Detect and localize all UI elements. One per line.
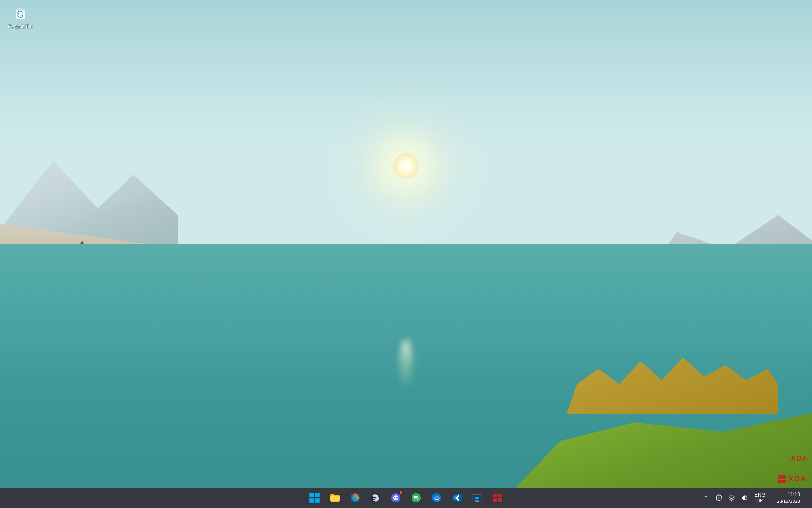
svg-point-12 — [394, 497, 395, 499]
tray-volume-icon[interactable] — [738, 492, 750, 504]
taskbar-start-button[interactable] — [305, 489, 324, 507]
taskbar-app-monitor[interactable]: ■■■ — [468, 489, 486, 507]
svg-point-13 — [396, 497, 398, 499]
svg-rect-3 — [309, 493, 314, 497]
language-text: ENG — [754, 492, 765, 498]
clock-date: 23/12/2023 — [777, 498, 800, 504]
taskbar-center: ■■■ — [305, 489, 507, 507]
svg-rect-6 — [315, 498, 320, 503]
taskbar-vscode[interactable] — [447, 489, 466, 507]
taskbar-app-grid[interactable] — [488, 489, 507, 507]
taskbar-firefox[interactable] — [346, 489, 365, 507]
taskbar-right: ⌃ — [700, 491, 809, 505]
xda-brand-text: XDA — [791, 455, 808, 462]
taskbar: ■■■ ⌃ — [0, 488, 812, 508]
svg-rect-19 — [475, 501, 479, 502]
xda-logo: XDA — [778, 475, 807, 483]
region-text: UK — [757, 498, 763, 504]
recycle-bin-icon — [12, 5, 29, 22]
clock-time: 11:10 — [787, 491, 800, 498]
tray-language[interactable]: ENG UK — [753, 491, 767, 505]
taskbar-edge[interactable] — [427, 489, 446, 507]
desktop: Recycle Bin XDA — [0, 0, 812, 488]
xda-watermark: XDA — [791, 455, 808, 462]
tray-network-icon[interactable] — [726, 492, 737, 504]
xda-logo-container: XDA — [778, 475, 807, 483]
discord-notification-dot — [399, 491, 403, 494]
svg-point-25 — [731, 500, 732, 501]
svg-rect-24 — [498, 498, 502, 502]
svg-rect-1 — [15, 9, 25, 11]
svg-rect-23 — [493, 498, 497, 502]
tray-security-icon[interactable] — [713, 492, 725, 504]
tray-area: ⌃ — [700, 492, 750, 504]
taskbar-file-explorer[interactable] — [326, 489, 344, 507]
svg-text:■■■: ■■■ — [475, 496, 479, 499]
tray-chevron[interactable]: ⌃ — [700, 492, 712, 504]
show-desktop-button[interactable] — [806, 492, 809, 504]
desktop-icon-recycle-bin[interactable]: Recycle Bin — [3, 3, 37, 31]
background-sun-reflection — [400, 340, 412, 390]
taskbar-discord[interactable] — [387, 489, 405, 507]
svg-rect-4 — [315, 493, 320, 497]
svg-rect-18 — [476, 500, 478, 501]
xda-text: XDA — [788, 475, 807, 483]
taskbar-steam[interactable] — [366, 489, 385, 507]
svg-rect-2 — [18, 8, 22, 9]
taskbar-spotify[interactable] — [407, 489, 425, 507]
background-sun — [393, 153, 419, 179]
taskbar-clock[interactable]: 11:10 23/12/2023 — [770, 491, 804, 505]
xda-squares-icon — [778, 475, 786, 483]
recycle-bin-label: Recycle Bin — [8, 24, 33, 29]
svg-rect-22 — [498, 494, 502, 497]
svg-rect-21 — [493, 494, 497, 497]
svg-rect-5 — [309, 498, 314, 503]
